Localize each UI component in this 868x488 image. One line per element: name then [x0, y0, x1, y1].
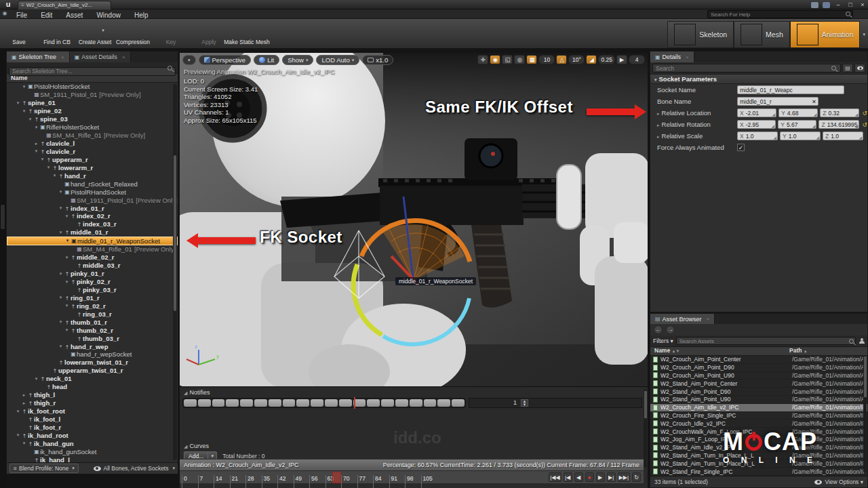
tree-row[interactable]: ring_01_r: [7, 293, 178, 302]
expander-caret-icon[interactable]: [33, 141, 39, 146]
expander-caret-icon[interactable]: [15, 409, 21, 414]
scale-snap-icon[interactable]: ◢: [586, 55, 597, 64]
maximize-button[interactable]: □: [846, 1, 854, 8]
expander-caret-icon[interactable]: [27, 117, 33, 122]
expander-caret-icon[interactable]: [58, 230, 64, 235]
expander-caret-icon[interactable]: [21, 392, 27, 398]
compression-button[interactable]: Compression: [114, 19, 152, 49]
help-search-input[interactable]: [707, 10, 853, 18]
reset-to-default-icon[interactable]: ↺: [862, 121, 867, 128]
find-in-cb-button[interactable]: Find in CB: [38, 19, 76, 49]
bone-filter-button[interactable]: All Bones, Active Sockets▾: [94, 465, 175, 472]
tree-row[interactable]: thumb_01_r: [7, 318, 178, 326]
expander-caret-icon[interactable]: [64, 214, 70, 219]
rotate-tool-button[interactable]: ◉: [490, 55, 500, 64]
expand-caret-icon[interactable]: ▸: [657, 134, 660, 139]
tree-row[interactable]: spine_02: [7, 107, 178, 115]
expander-caret-icon[interactable]: [58, 205, 64, 211]
scale-z-input[interactable]: Z1.0◢: [823, 131, 863, 140]
go-to-front-button[interactable]: |◀◀: [549, 472, 561, 482]
tree-row[interactable]: head: [7, 383, 178, 391]
expander-caret-icon[interactable]: [45, 165, 52, 170]
scrollbar-thumb[interactable]: [864, 357, 867, 397]
tab-details[interactable]: ▣Details×: [650, 52, 694, 62]
curves-section-header[interactable]: ◢Curves: [180, 441, 648, 450]
tree-row[interactable]: pinky_03_r: [7, 286, 178, 294]
expander-caret-icon[interactable]: [64, 303, 70, 308]
timeline-ruler[interactable]: 0714212835424956637077849198105 |◀◀ |◀ ◀…: [180, 470, 644, 483]
play-reverse-button[interactable]: ◀: [574, 472, 583, 482]
expander-caret-icon[interactable]: [58, 271, 64, 277]
expander-caret-icon[interactable]: [58, 319, 64, 325]
blend-profile-button[interactable]: ≡Blend Profile: None▾: [9, 464, 79, 473]
tree-row[interactable]: clavicle_l: [7, 140, 178, 148]
menu-file[interactable]: File: [9, 12, 34, 19]
tree-row[interactable]: hand_r_wep: [7, 342, 178, 350]
expander-caret-icon[interactable]: [21, 441, 27, 446]
step-back-button[interactable]: |◀: [564, 472, 572, 482]
column-path[interactable]: Path ▲: [789, 347, 808, 355]
socket-name-input[interactable]: middle_01_r_Weapc: [737, 85, 844, 94]
tree-row[interactable]: ring_03_r: [7, 310, 178, 318]
rotation-x-input[interactable]: X-2.95◢: [737, 120, 776, 129]
tree-row[interactable]: thigh_r: [7, 399, 178, 407]
camera-speed-value[interactable]: 4: [629, 55, 645, 64]
tree-row[interactable]: ik_foot_root: [7, 407, 178, 415]
mode-dropdown-caret-icon[interactable]: ▾: [863, 32, 865, 37]
tree-row[interactable]: thigh_l: [7, 391, 178, 399]
tree-row[interactable]: RifleHolsterSocket: [7, 123, 178, 131]
tree-row[interactable]: upperarm_r: [7, 155, 178, 163]
W2_Crouch_Aim_Point_Center[interactable]: W2_Crouch_Aim_Point_Center /Game/Rifle_0…: [650, 356, 867, 364]
expander-caret-icon[interactable]: [15, 100, 21, 106]
chat-icon[interactable]: [811, 2, 818, 8]
notifies-track[interactable]: [182, 398, 466, 408]
create-asset-button[interactable]: ▾ Create Asset: [76, 19, 114, 49]
reset-to-default-icon[interactable]: ↺: [862, 110, 867, 117]
perspective-button[interactable]: Perspective: [199, 55, 252, 65]
tree-row[interactable]: lowerarm_twist_01_r: [7, 359, 178, 367]
play-button[interactable]: ▶: [596, 472, 605, 482]
expander-caret-icon[interactable]: [58, 344, 64, 349]
tab-asset-details[interactable]: ▣Asset Details×: [70, 52, 131, 62]
tree-row[interactable]: ik_hand_gun: [7, 439, 178, 447]
notifies-playhead[interactable]: [354, 397, 355, 409]
skeleton-tree-search-input[interactable]: [9, 67, 176, 76]
bone-name-input[interactable]: middle_01_r×: [737, 97, 818, 106]
timeline-scrollbar[interactable]: [644, 390, 647, 468]
tab-skeleton-tree[interactable]: ▣Skeleton Tree×: [7, 52, 70, 62]
expander-caret-icon[interactable]: [21, 84, 27, 89]
forward-button[interactable]: →: [666, 325, 675, 334]
tree-row[interactable]: thumb_03_r: [7, 334, 178, 342]
W2_Jog_Aim_F_Loop_IPC[interactable]: W2_Jog_Aim_F_Loop_IPC /Game/Rifle_01/Ani…: [650, 436, 867, 444]
expander-caret-icon[interactable]: [64, 279, 70, 285]
expander-caret-icon[interactable]: [52, 173, 58, 178]
force-always-animated-checkbox[interactable]: ✓: [737, 144, 745, 151]
key-button[interactable]: Key: [152, 19, 190, 49]
W2_Stand_Aim_Turn_In_Place_L_L[interactable]: W2_Stand_Aim_Turn_In_Place_L_L /Game/Rif…: [650, 452, 867, 460]
expander-caret-icon[interactable]: [58, 295, 64, 300]
rotation-snap-value[interactable]: 10°: [568, 55, 585, 64]
tree-row[interactable]: middle_02_r: [7, 253, 178, 262]
property-matrix-icon[interactable]: ▤: [842, 64, 853, 73]
view-options-button[interactable]: View Options ▾: [814, 479, 863, 485]
scrollbar-thumb[interactable]: [644, 391, 647, 418]
expander-caret-icon[interactable]: [33, 376, 39, 382]
asset-scrollbar[interactable]: [863, 357, 867, 472]
show-button[interactable]: Show▾: [282, 55, 313, 65]
flag-icon[interactable]: [823, 2, 830, 8]
tree-row[interactable]: ring_02_r: [7, 302, 178, 310]
tree-row[interactable]: spine_01: [7, 99, 178, 107]
tree-row[interactable]: pinky_01_r: [7, 270, 178, 278]
tree-row[interactable]: ik_foot_r: [7, 423, 178, 431]
tree-row[interactable]: upperarm_twist_01_r: [7, 367, 178, 375]
tree-row[interactable]: SM_M4_Rifle_01 [Preview Only]: [7, 245, 178, 253]
W2_Crouch_Aim_Idle_v2_IPC[interactable]: W2_Crouch_Aim_Idle_v2_IPC /Game/Rifle_01…: [650, 404, 867, 412]
back-button[interactable]: ←: [654, 325, 663, 334]
tree-row[interactable]: middle_03_r: [7, 262, 178, 270]
tree-row[interactable]: pinky_02_r: [7, 278, 178, 286]
rotation-snap-icon[interactable]: △: [556, 55, 567, 64]
socket-parameters-section[interactable]: ▾Socket Parameters: [650, 75, 867, 84]
go-to-end-button[interactable]: ▶▶|: [618, 472, 630, 482]
menu-help[interactable]: Help: [127, 12, 155, 19]
tab-close-icon[interactable]: ×: [122, 54, 125, 60]
